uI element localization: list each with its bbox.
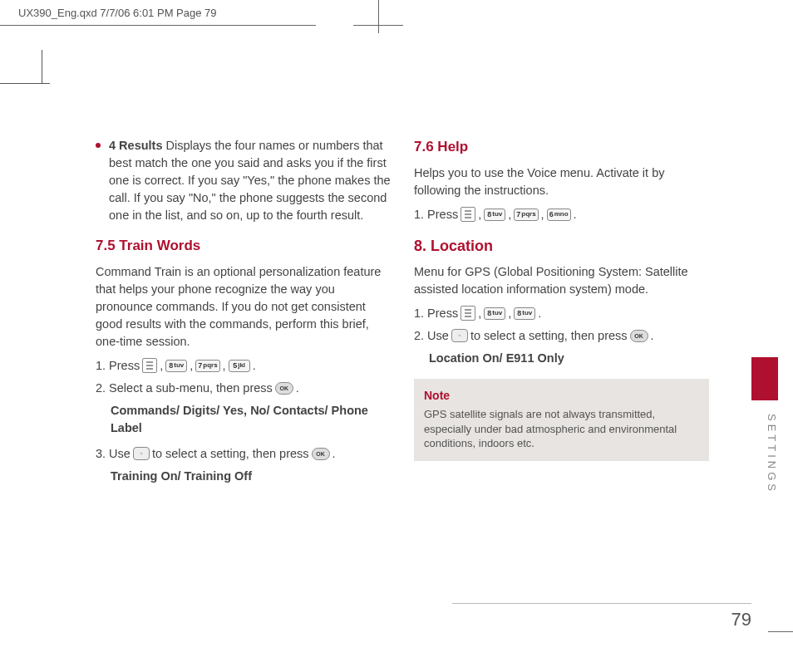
key-8tuv-icon: tuv bbox=[484, 208, 505, 221]
step-7-5-2: 2. Select a sub-menu, then press OK . bbox=[96, 380, 391, 397]
crop-mark bbox=[378, 0, 379, 33]
step-text: 2. Use bbox=[414, 327, 449, 345]
note-box: Note GPS satellite signals are not alway… bbox=[414, 379, 709, 461]
key-7pqrs-icon: pqrs bbox=[514, 208, 538, 221]
menu-key-icon bbox=[461, 306, 475, 321]
step-7-6-1: 1. Press , tuv , pqrs , mno . bbox=[414, 206, 709, 223]
right-column: 7.6 Help Helps you to use the Voice menu… bbox=[414, 137, 709, 493]
key-5jkl-icon: jkl bbox=[229, 360, 250, 372]
section-tab-color bbox=[751, 357, 778, 400]
step-text: 2. Select a sub-menu, then press bbox=[96, 380, 273, 397]
key-6mno-icon: mno bbox=[547, 208, 571, 221]
ok-key-icon: OK bbox=[312, 448, 330, 460]
options-7-5-3: Training On/ Training Off bbox=[111, 468, 391, 485]
page: UX390_Eng.qxd 7/7/06 6:01 PM Page 79 4 R… bbox=[0, 0, 793, 672]
step-text: , bbox=[190, 357, 193, 375]
crop-mark bbox=[0, 83, 50, 84]
step-text: , bbox=[541, 206, 544, 223]
step-7-5-1: 1. Press , tuv , pqrs , jkl . bbox=[96, 357, 391, 375]
key-8tuv-icon: tuv bbox=[514, 307, 535, 320]
step-text: , bbox=[478, 206, 481, 223]
crop-mark bbox=[353, 25, 403, 26]
step-text: , bbox=[478, 305, 481, 322]
menu-key-icon bbox=[142, 358, 157, 373]
heading-7-5: 7.5 Train Words bbox=[96, 236, 391, 257]
heading-7-6: 7.6 Help bbox=[414, 137, 709, 158]
step-text: . bbox=[253, 357, 256, 375]
page-number: 79 bbox=[731, 609, 751, 630]
heading-8: 8. Location bbox=[414, 235, 709, 257]
key-8tuv-icon: tuv bbox=[165, 360, 187, 372]
step-text: , bbox=[223, 357, 226, 375]
crop-mark bbox=[42, 50, 42, 83]
content-columns: 4 Results Displays the four names or num… bbox=[96, 137, 736, 493]
para-7-6: Helps you to use the Voice menu. Activat… bbox=[414, 164, 709, 199]
bullet-4-results: 4 Results Displays the four names or num… bbox=[96, 137, 391, 224]
step-8-2: 2. Use to select a setting, then press O… bbox=[414, 327, 709, 345]
nav-key-icon bbox=[451, 329, 468, 342]
options-8: Location On/ E911 Only bbox=[429, 350, 709, 367]
step-text: , bbox=[508, 206, 511, 223]
step-text: . bbox=[651, 327, 654, 345]
bullet-icon bbox=[96, 143, 101, 148]
para-7-5: Command Train is an optional personaliza… bbox=[96, 263, 391, 351]
step-7-5-3: 3. Use to select a setting, then press O… bbox=[96, 445, 391, 463]
key-7pqrs-icon: pqrs bbox=[195, 360, 219, 372]
left-column: 4 Results Displays the four names or num… bbox=[96, 137, 391, 493]
step-text: . bbox=[574, 206, 577, 223]
page-number-rule bbox=[452, 603, 751, 604]
ok-key-icon: OK bbox=[275, 382, 293, 395]
step-text: to select a setting, then press bbox=[470, 327, 628, 345]
step-text: 1. Press bbox=[414, 305, 458, 322]
note-body: GPS satellite signals are not always tra… bbox=[424, 407, 699, 451]
key-8tuv-icon: tuv bbox=[484, 307, 505, 320]
bullet-text: 4 Results Displays the four names or num… bbox=[109, 137, 391, 224]
ok-key-icon: OK bbox=[630, 330, 648, 342]
step-text: , bbox=[160, 357, 163, 375]
section-tab-label: SETTINGS bbox=[751, 407, 778, 494]
options-7-5-2: Commands/ Digits/ Yes, No/ Contacts/ Pho… bbox=[111, 402, 391, 437]
crop-mark bbox=[0, 25, 316, 26]
step-8-1: 1. Press , tuv , tuv . bbox=[414, 305, 709, 322]
bullet-title: 4 Results bbox=[109, 139, 162, 152]
nav-key-icon bbox=[133, 447, 150, 460]
para-8: Menu for GPS (Global Positioning System:… bbox=[414, 263, 709, 298]
step-text: . bbox=[296, 380, 299, 397]
menu-key-icon bbox=[461, 207, 475, 222]
crop-mark bbox=[768, 631, 793, 632]
step-text: 1. Press bbox=[414, 206, 458, 223]
step-text: 3. Use bbox=[96, 445, 131, 463]
step-text: . bbox=[538, 305, 541, 322]
step-text: . bbox=[332, 445, 336, 463]
step-text: , bbox=[508, 305, 511, 322]
step-text: to select a setting, then press bbox=[152, 445, 309, 463]
note-title: Note bbox=[424, 387, 699, 404]
step-text: 1. Press bbox=[96, 357, 140, 375]
print-slug: UX390_Eng.qxd 7/7/06 6:01 PM Page 79 bbox=[18, 7, 217, 19]
